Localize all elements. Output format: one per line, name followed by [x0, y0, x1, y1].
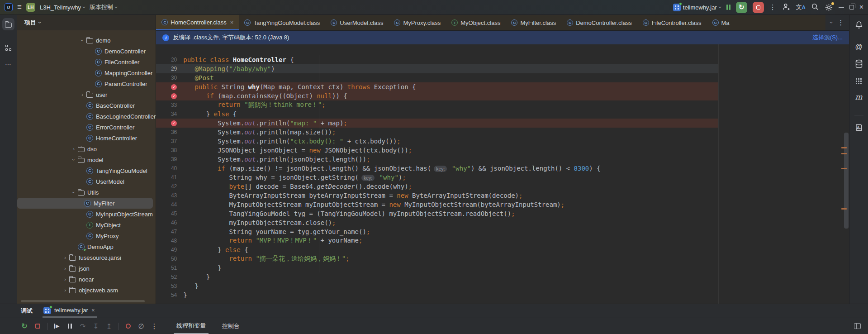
code-line[interactable]: 50 return "摘一朵花，送给妈妈，妈妈！"; [156, 254, 849, 263]
code-line[interactable]: 53 } [156, 282, 849, 291]
structure-toolwindow-button[interactable] [2, 42, 14, 54]
line-number[interactable]: 20 [156, 57, 177, 63]
tree-item-FileController[interactable]: CFileController [17, 57, 156, 67]
choose-sources-link[interactable]: 选择源(S)... [812, 33, 843, 42]
pause-icon[interactable] [65, 324, 74, 329]
layout-settings-icon[interactable] [854, 323, 861, 329]
rerun-debug-icon[interactable]: ↻ [20, 322, 29, 330]
horizontal-scrollbar[interactable] [21, 300, 145, 302]
code-line[interactable]: 52 } [156, 272, 849, 282]
tree-item-MyInputObjectStream[interactable]: CMyInputObjectStream [17, 209, 156, 219]
line-number[interactable]: 40 [156, 165, 177, 172]
tree-item-objectweb.asm[interactable]: ›objectweb.asm [17, 285, 156, 296]
step-into-icon[interactable]: ↧ [91, 322, 100, 330]
close-icon[interactable]: × [91, 307, 95, 314]
mute-breakpoints-icon[interactable]: ∅ [137, 322, 146, 330]
editor-tab-Ma[interactable]: CMa [707, 15, 735, 30]
tree-item-json[interactable]: ›json [17, 263, 156, 274]
line-number[interactable]: 50 [156, 256, 177, 262]
rerun-debug-button[interactable]: ↻ [736, 2, 747, 13]
code-line[interactable]: 41 String why = jsonObject.getString(key… [156, 173, 849, 182]
code-line[interactable]: 49 } else { [156, 245, 849, 254]
tab-list-chevron-icon[interactable]: › [829, 22, 834, 24]
line-number[interactable]: 48 [156, 238, 177, 244]
chevron-right-icon[interactable]: › [78, 92, 86, 97]
line-number[interactable]: 33 [156, 102, 177, 108]
tree-item-ParamController[interactable]: CParamController [17, 78, 156, 89]
more-actions-icon[interactable]: ⋮ [769, 3, 776, 11]
vcs-widget[interactable]: 版本控制 › [90, 3, 117, 11]
tree-item-DemoController[interactable]: CDemoController [17, 46, 156, 57]
pause-button[interactable] [726, 5, 730, 10]
line-number[interactable]: 39 [156, 156, 177, 162]
stop-icon[interactable] [33, 324, 42, 329]
line-number[interactable]: 41 [156, 174, 177, 181]
breakpoint-gutter[interactable]: ✓ [156, 93, 177, 99]
database-icon[interactable] [855, 59, 863, 70]
code-line[interactable]: ✓ public String why(Map map, Context ctx… [156, 82, 849, 91]
code-line[interactable]: 54} [156, 291, 849, 300]
chevron-down-icon[interactable]: › [70, 190, 78, 195]
tree-item-HomeController[interactable]: CHomeController [17, 133, 156, 143]
minimize-button[interactable] [839, 7, 844, 8]
line-number[interactable]: 45 [156, 210, 177, 217]
chevron-right-icon[interactable]: › [61, 255, 69, 260]
line-number[interactable]: 36 [156, 129, 177, 135]
stop-button[interactable] [753, 2, 764, 13]
line-number[interactable]: 38 [156, 147, 177, 153]
tree-item-ErrorController[interactable]: CErrorController [17, 122, 156, 133]
close-window-button[interactable]: × [859, 4, 863, 11]
step-out-icon[interactable]: ↥ [104, 322, 114, 330]
line-number[interactable]: 42 [156, 183, 177, 190]
breakpoint-icon[interactable]: ✓ [171, 93, 177, 99]
error-stripe-mark[interactable] [841, 168, 847, 169]
code-line[interactable]: 46 myInputObjectStream.close(); [156, 218, 849, 227]
tree-item-MyProxy[interactable]: CMyProxy [17, 230, 156, 241]
step-over-icon[interactable]: ↷ [78, 322, 87, 330]
line-number[interactable]: 49 [156, 247, 177, 253]
editor-tab-TangYingGouModel.class[interactable]: CTangYingGouModel.class [239, 15, 325, 30]
tree-item-Utils[interactable]: ›Utils [17, 187, 156, 198]
line-number[interactable]: 37 [156, 138, 177, 144]
close-icon[interactable]: × [230, 19, 234, 26]
view-breakpoints-icon[interactable] [123, 324, 133, 329]
main-menu-icon[interactable]: ≡ [17, 3, 22, 12]
code-line[interactable]: ✓ System.out.println("map: " + map); [156, 119, 849, 128]
tree-item-demo[interactable]: ›demo [17, 35, 156, 46]
settings-gear-icon[interactable] [825, 3, 833, 12]
dictionary-book-icon[interactable]: A [855, 124, 863, 134]
maximize-button[interactable] [849, 5, 854, 10]
code-line[interactable]: ✓ if (map.containsKey((Object) null)) { [156, 91, 849, 100]
editor-tab-HomeController.class[interactable]: CHomeController.class× [156, 15, 239, 30]
ai-assistant-icon[interactable]: @ [855, 43, 862, 51]
tree-item-MappingController[interactable]: CMappingController [17, 67, 156, 78]
project-toolwindow-button[interactable] [2, 18, 14, 30]
line-number[interactable]: 51 [156, 265, 177, 271]
more-toolwindows-button[interactable]: ⋯ [5, 60, 12, 67]
breakpoint-gutter[interactable]: ✓ [156, 120, 177, 126]
tab-options-icon[interactable]: ⋮ [838, 19, 844, 27]
editor-tab-FileController.class[interactable]: CFileController.class [637, 15, 707, 30]
code-line[interactable]: 44 MyInputObjectStream myInputObjectStre… [156, 200, 849, 209]
tree-item-UserModel[interactable]: CUserModel [17, 176, 156, 187]
code-line[interactable]: 34 } else { [156, 110, 849, 119]
line-number[interactable]: 34 [156, 111, 177, 117]
project-panel-header[interactable]: 项目 › [17, 15, 156, 30]
code-line[interactable]: 30 @Post [156, 73, 849, 82]
line-number[interactable]: 44 [156, 201, 177, 208]
code-line[interactable]: 51 } [156, 263, 849, 272]
line-number[interactable]: 47 [156, 229, 177, 235]
tree-item-BaseLoginedController[interactable]: CBaseLoginedController [17, 111, 156, 122]
resume-icon[interactable]: ▶ [52, 323, 61, 329]
breakpoint-icon[interactable]: ✓ [171, 84, 177, 90]
line-number[interactable]: 53 [156, 283, 177, 289]
run-config-selector[interactable]: tellmewhy.jar › [673, 4, 721, 11]
line-number[interactable]: 30 [156, 75, 177, 81]
tree-item-fusesource.jansi[interactable]: ›fusesource.jansi [17, 252, 156, 263]
tab-console[interactable]: 控制台 [219, 318, 242, 334]
tree-item-model[interactable]: ›model [17, 154, 156, 165]
editor-tab-MyProxy.class[interactable]: CMyProxy.class [389, 15, 446, 30]
breakpoint-icon[interactable]: ✓ [171, 120, 177, 126]
line-number[interactable]: 29 [156, 66, 177, 72]
code-line[interactable]: 39 System.out.println(jsonObject.length(… [156, 155, 849, 164]
